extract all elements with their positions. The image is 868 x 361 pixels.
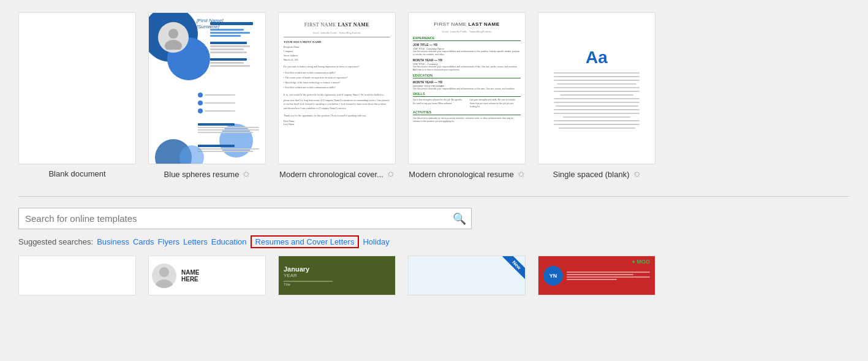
ss-line-13 (563, 116, 630, 118)
person-avatar (152, 264, 176, 288)
ss-line-7 (560, 94, 633, 96)
bottom-templates-row: NAME HERE January YEAR Title (18, 256, 850, 295)
template-name-blue-spheres: Blue spheres resume (164, 170, 240, 179)
ss-line-1 (554, 72, 640, 74)
thumbnail-bottom-person: NAME HERE (148, 256, 266, 295)
blue-resume-visual: [First Name] [Surname] (149, 13, 265, 164)
pin-icon-single-spaced[interactable]: ✩ (633, 169, 641, 179)
ss-line-16 (559, 127, 635, 129)
ss-line-8 (554, 98, 640, 99)
january-text: January (284, 265, 333, 273)
thumbnail-cover-letter: FIRST NAME LAST NAME Email · LinkedIn Pr… (278, 12, 396, 164)
template-card-single-spaced[interactable]: Aa (538, 12, 655, 179)
suggested-link-letters[interactable]: Letters (183, 237, 208, 246)
ss-line-9 (554, 102, 640, 103)
ss-line-12 (554, 113, 640, 114)
moo-text: ● MOO (632, 259, 650, 265)
template-label-cover-letter: Modern chronological cover... ✩ (279, 169, 394, 179)
suggested-label: Suggested searches: (18, 237, 93, 246)
thumbnail-single-spaced: Aa (538, 12, 655, 164)
template-card-bottom-yn[interactable]: YN ● MOO (538, 256, 655, 295)
template-card-bottom-person[interactable]: NAME HERE (148, 256, 266, 295)
search-icon: 🔍 (453, 212, 466, 226)
pin-icon-blue-spheres[interactable]: ✩ (243, 169, 250, 179)
here-text: HERE (181, 276, 199, 283)
thumbnail-bottom-yn: YN ● MOO (538, 256, 655, 295)
template-card-cover-letter[interactable]: FIRST NAME LAST NAME Email · LinkedIn Pr… (278, 12, 396, 179)
ss-line-4 (557, 83, 636, 85)
year-text: YEAR (284, 273, 333, 278)
search-button[interactable]: 🔍 (447, 208, 472, 229)
thumbnail-bottom-blank (18, 256, 136, 295)
main-container: Blank document (0, 0, 868, 308)
ss-line-15 (554, 124, 640, 125)
section-divider (18, 196, 850, 197)
name-text-block: NAME HERE (181, 269, 199, 283)
template-card-modern-resume[interactable]: FIRST NAME LAST NAME Email · LinkedIn Pr… (408, 12, 526, 179)
ss-line-11 (554, 109, 640, 110)
search-input[interactable] (18, 208, 472, 229)
yn-red-lines (567, 272, 650, 280)
suggested-link-cards[interactable]: Cards (133, 237, 154, 246)
thumbnail-bottom-new: New (408, 256, 526, 295)
template-card-bottom-january[interactable]: January YEAR Title (278, 256, 396, 295)
search-bar-wrapper: 🔍 (18, 208, 472, 229)
ss-line-10 (556, 105, 638, 107)
thumbnail-blank (18, 12, 136, 164)
suggested-link-business[interactable]: Business (97, 237, 129, 246)
thumbnail-blue-spheres: [First Name] [Surname] (148, 12, 266, 164)
search-section: 🔍 Suggested searches: Business Cards Fly… (18, 208, 850, 248)
svg-point-0 (168, 29, 178, 39)
suggested-link-resumes[interactable]: Resumes and Cover Letters (251, 235, 360, 248)
suggested-link-flyers[interactable]: Flyers (158, 237, 179, 246)
ss-aa-text: Aa (586, 48, 608, 67)
ss-line-14 (554, 120, 640, 121)
template-name-blank: Blank document (48, 169, 105, 178)
thumbnail-modern-resume: FIRST NAME LAST NAME Email · LinkedIn Pr… (408, 12, 526, 164)
ss-line-2 (554, 76, 640, 77)
template-label-modern-resume: Modern chronological resume ✩ (409, 169, 524, 179)
single-spaced-visual: Aa (549, 43, 644, 134)
template-label-blank: Blank document (48, 169, 105, 178)
template-name-modern-resume: Modern chronological resume (409, 170, 513, 179)
new-badge-text: New (502, 256, 526, 279)
suggested-link-education[interactable]: Education (211, 237, 247, 246)
template-label-blue-spheres: Blue spheres resume ✩ (164, 169, 251, 179)
suggested-searches-row: Suggested searches: Business Cards Flyer… (18, 235, 850, 248)
name-big-text: NAME (181, 269, 199, 276)
template-card-bottom-new[interactable]: New (408, 256, 526, 295)
pin-icon-modern-resume[interactable]: ✩ (518, 169, 525, 179)
ss-line-3 (554, 80, 640, 81)
svg-point-3 (156, 279, 173, 288)
ss-line-6 (554, 91, 640, 92)
template-label-single-spaced: Single spaced (blank) ✩ (553, 169, 640, 179)
svg-point-1 (165, 40, 182, 50)
template-name-cover-letter: Modern chronological cover... (279, 170, 383, 179)
avatar-circle (158, 22, 189, 53)
template-name-single-spaced: Single spaced (blank) (553, 170, 629, 179)
pin-icon-cover-letter[interactable]: ✩ (387, 169, 394, 179)
featured-templates-row: Blank document (18, 12, 850, 179)
yn-circle: YN (543, 266, 563, 286)
svg-point-2 (159, 267, 169, 277)
template-card-bottom-blank[interactable] (18, 256, 136, 295)
template-card-blue-spheres[interactable]: [First Name] [Surname] (148, 12, 266, 179)
suggested-link-holiday[interactable]: Holiday (363, 237, 389, 246)
template-card-blank[interactable]: Blank document (18, 12, 136, 178)
ss-line-5 (554, 87, 640, 88)
thumbnail-bottom-january: January YEAR Title (278, 256, 396, 295)
